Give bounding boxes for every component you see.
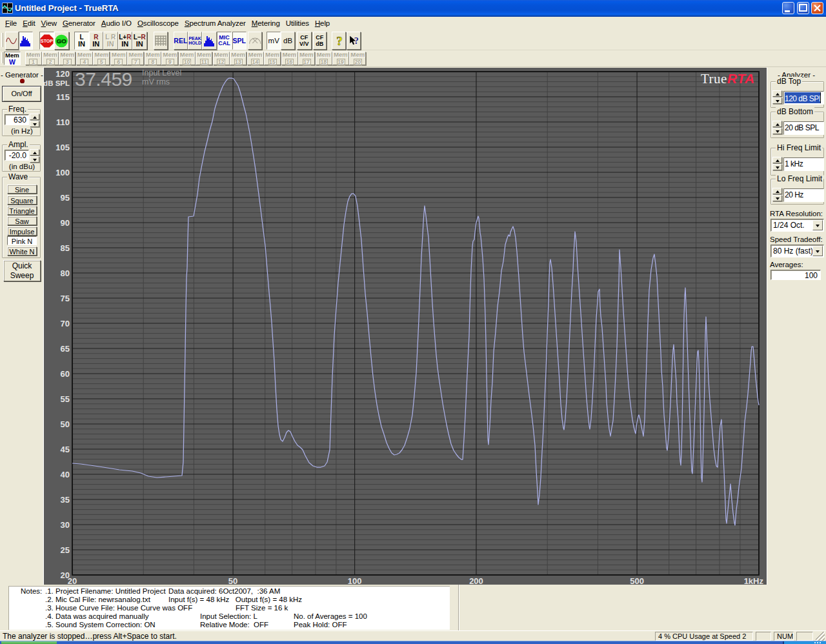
svg-text:100: 100 — [348, 576, 362, 585]
svg-text:70: 70 — [61, 319, 70, 328]
svg-text:25: 25 — [61, 545, 70, 555]
svg-text:75: 75 — [61, 294, 70, 303]
svg-text:50: 50 — [61, 419, 70, 429]
svg-text:100: 100 — [55, 168, 70, 177]
svg-text:20: 20 — [68, 576, 77, 585]
svg-text:55: 55 — [61, 394, 70, 404]
svg-text:110: 110 — [56, 117, 70, 127]
svg-text:65: 65 — [61, 344, 70, 354]
svg-text:95: 95 — [61, 193, 70, 203]
svg-text:115: 115 — [56, 92, 70, 102]
svg-text:50: 50 — [228, 576, 237, 585]
svg-text:35: 35 — [61, 495, 70, 505]
svg-text:90: 90 — [61, 218, 70, 228]
svg-text:45: 45 — [61, 445, 70, 454]
svg-text:1kHz: 1kHz — [744, 576, 764, 585]
svg-text:80: 80 — [61, 268, 70, 278]
svg-text:30: 30 — [61, 520, 70, 530]
svg-text:105: 105 — [55, 143, 70, 152]
svg-text:dB SPL: dB SPL — [43, 79, 70, 87]
svg-text:500: 500 — [630, 576, 644, 585]
svg-text:GO: GO — [57, 37, 67, 44]
svg-text:STOP: STOP — [41, 39, 53, 43]
svg-text:?: ? — [336, 34, 343, 48]
svg-text:200: 200 — [469, 576, 483, 585]
svg-text:60: 60 — [61, 369, 70, 379]
svg-text:120: 120 — [55, 69, 70, 79]
svg-text:40: 40 — [61, 470, 70, 479]
svg-text:85: 85 — [61, 243, 70, 253]
